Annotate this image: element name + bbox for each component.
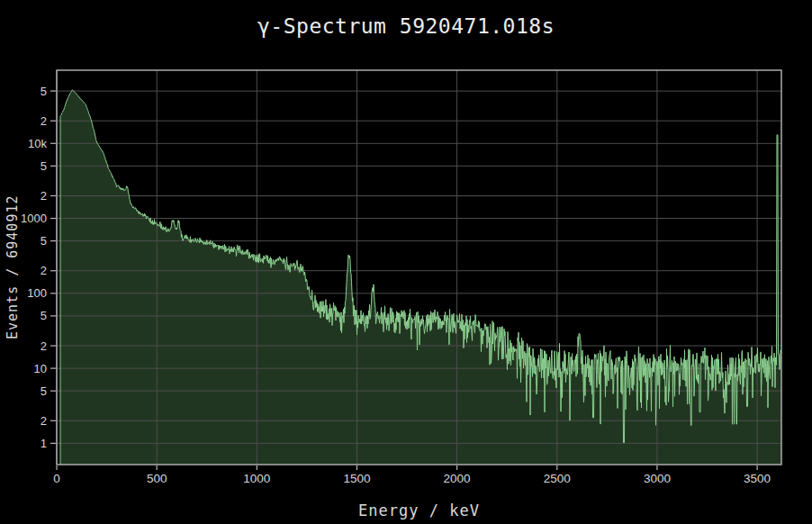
x-tick-label: 3000 xyxy=(644,472,671,485)
y-tick-label: 5 xyxy=(41,159,47,173)
x-tick-label: 2000 xyxy=(444,472,471,485)
x-tick-label: 0 xyxy=(53,472,60,485)
y-tick-label: 5 xyxy=(41,85,47,98)
y-tick-label: 10k xyxy=(28,137,47,150)
y-tick-label: 100 xyxy=(27,286,47,300)
x-tick-label: 1000 xyxy=(243,472,270,485)
y-tick-label: 5 xyxy=(41,309,47,322)
x-tick-label: 3500 xyxy=(744,472,771,485)
y-tick-label: 2 xyxy=(41,339,47,353)
y-tick-label: 10 xyxy=(34,362,47,375)
y-tick-label: 1000 xyxy=(21,212,47,225)
x-tick-label: 1500 xyxy=(343,472,370,485)
x-axis-label: Energy / keV xyxy=(57,501,781,519)
x-tick-label: 500 xyxy=(147,472,167,485)
y-tick-label: 5 xyxy=(41,384,47,398)
y-tick-label: 5 xyxy=(41,234,47,248)
y-tick-label: 1 xyxy=(41,437,47,450)
y-tick-label: 2 xyxy=(41,189,47,203)
spectrum-window: γ-Spectrum 5920471.018s Events / 6940912… xyxy=(0,0,812,524)
spectrum-plot: 0500100015002000250030003500125102510025… xyxy=(0,0,812,524)
y-tick-label: 2 xyxy=(41,414,47,428)
y-tick-label: 2 xyxy=(41,114,47,128)
spectrum-area xyxy=(60,90,781,465)
x-tick-label: 2500 xyxy=(544,472,571,485)
y-tick-label: 2 xyxy=(41,264,47,277)
